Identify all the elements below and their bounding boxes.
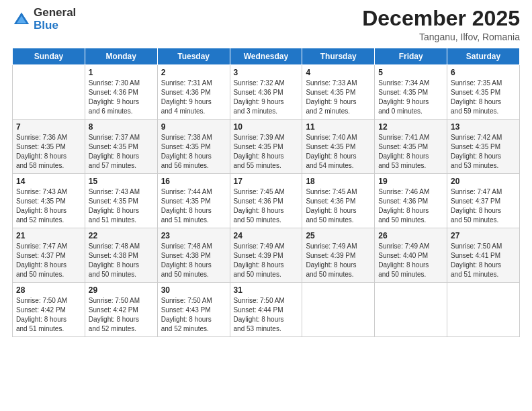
col-header-tuesday: Tuesday [157, 48, 230, 65]
logo-text: General Blue [34, 7, 76, 32]
day-info: Sunrise: 7:36 AMSunset: 4:35 PMDaylight:… [16, 133, 81, 171]
day-info: Sunrise: 7:50 AMSunset: 4:43 PMDaylight:… [161, 296, 226, 334]
logo: General Blue [12, 7, 76, 32]
day-cell: 2Sunrise: 7:31 AMSunset: 4:36 PMDaylight… [157, 65, 230, 120]
day-info: Sunrise: 7:49 AMSunset: 4:40 PMDaylight:… [378, 242, 443, 279]
day-number: 18 [306, 177, 371, 186]
day-cell: 9Sunrise: 7:38 AMSunset: 4:35 PMDaylight… [157, 120, 230, 174]
day-cell: 18Sunrise: 7:45 AMSunset: 4:36 PMDayligh… [302, 174, 375, 228]
day-info: Sunrise: 7:39 AMSunset: 4:35 PMDaylight:… [234, 133, 299, 171]
day-number: 31 [234, 285, 299, 295]
day-number: 24 [234, 231, 299, 240]
day-number: 25 [306, 231, 371, 240]
day-cell: 16Sunrise: 7:44 AMSunset: 4:35 PMDayligh… [157, 174, 230, 228]
col-header-thursday: Thursday [302, 48, 375, 65]
day-info: Sunrise: 7:43 AMSunset: 4:35 PMDaylight:… [89, 187, 154, 225]
calendar: SundayMondayTuesdayWednesdayThursdayFrid… [12, 48, 520, 337]
day-info: Sunrise: 7:42 AMSunset: 4:35 PMDaylight:… [451, 133, 516, 171]
day-number: 22 [89, 231, 154, 240]
day-number: 27 [451, 231, 516, 240]
week-row-3: 14Sunrise: 7:43 AMSunset: 4:35 PMDayligh… [13, 174, 520, 228]
day-info: Sunrise: 7:33 AMSunset: 4:35 PMDaylight:… [306, 79, 371, 116]
day-number: 21 [16, 231, 81, 240]
header: General Blue December 2025 Tanganu, Ilfo… [12, 7, 520, 42]
day-cell: 25Sunrise: 7:49 AMSunset: 4:39 PMDayligh… [302, 228, 375, 283]
day-number: 1 [89, 68, 154, 77]
day-cell: 27Sunrise: 7:50 AMSunset: 4:41 PMDayligh… [447, 228, 520, 283]
day-cell: 3Sunrise: 7:32 AMSunset: 4:36 PMDaylight… [230, 65, 302, 120]
day-number: 9 [161, 122, 226, 132]
day-info: Sunrise: 7:49 AMSunset: 4:39 PMDaylight:… [306, 242, 371, 279]
day-cell: 4Sunrise: 7:33 AMSunset: 4:35 PMDaylight… [302, 65, 375, 120]
day-info: Sunrise: 7:49 AMSunset: 4:39 PMDaylight:… [234, 242, 299, 279]
day-number: 28 [16, 285, 81, 295]
day-info: Sunrise: 7:50 AMSunset: 4:42 PMDaylight:… [89, 296, 154, 334]
day-cell: 19Sunrise: 7:46 AMSunset: 4:36 PMDayligh… [375, 174, 447, 228]
location: Tanganu, Ilfov, Romania [362, 32, 520, 42]
day-info: Sunrise: 7:38 AMSunset: 4:35 PMDaylight:… [161, 133, 226, 171]
day-cell: 26Sunrise: 7:49 AMSunset: 4:40 PMDayligh… [375, 228, 447, 283]
week-row-4: 21Sunrise: 7:47 AMSunset: 4:37 PMDayligh… [13, 228, 520, 283]
day-number: 12 [378, 122, 443, 132]
col-header-sunday: Sunday [13, 48, 85, 65]
day-info: Sunrise: 7:50 AMSunset: 4:42 PMDaylight:… [16, 296, 81, 334]
col-header-saturday: Saturday [447, 48, 520, 65]
day-info: Sunrise: 7:45 AMSunset: 4:36 PMDaylight:… [306, 187, 371, 225]
day-cell: 12Sunrise: 7:41 AMSunset: 4:35 PMDayligh… [375, 120, 447, 174]
week-row-1: 1Sunrise: 7:30 AMSunset: 4:36 PMDaylight… [13, 65, 520, 120]
day-number: 14 [16, 177, 81, 186]
day-number: 30 [161, 285, 226, 295]
day-cell: 22Sunrise: 7:48 AMSunset: 4:38 PMDayligh… [85, 228, 157, 283]
day-info: Sunrise: 7:45 AMSunset: 4:36 PMDaylight:… [234, 187, 299, 225]
day-cell: 8Sunrise: 7:37 AMSunset: 4:35 PMDaylight… [85, 120, 157, 174]
logo-general-text: General [34, 7, 76, 19]
day-cell: 10Sunrise: 7:39 AMSunset: 4:35 PMDayligh… [230, 120, 302, 174]
day-info: Sunrise: 7:34 AMSunset: 4:35 PMDaylight:… [378, 79, 443, 116]
day-cell [447, 283, 520, 337]
day-number: 8 [89, 122, 154, 132]
day-cell: 29Sunrise: 7:50 AMSunset: 4:42 PMDayligh… [85, 283, 157, 337]
day-info: Sunrise: 7:48 AMSunset: 4:38 PMDaylight:… [161, 242, 226, 279]
day-info: Sunrise: 7:43 AMSunset: 4:35 PMDaylight:… [16, 187, 81, 225]
day-number: 11 [306, 122, 371, 132]
day-cell: 31Sunrise: 7:50 AMSunset: 4:44 PMDayligh… [230, 283, 302, 337]
day-cell: 15Sunrise: 7:43 AMSunset: 4:35 PMDayligh… [85, 174, 157, 228]
day-info: Sunrise: 7:47 AMSunset: 4:37 PMDaylight:… [16, 242, 81, 279]
day-info: Sunrise: 7:35 AMSunset: 4:35 PMDaylight:… [451, 79, 516, 116]
day-number: 5 [378, 68, 443, 77]
day-info: Sunrise: 7:37 AMSunset: 4:35 PMDaylight:… [89, 133, 154, 171]
day-number: 6 [451, 68, 516, 77]
week-row-5: 28Sunrise: 7:50 AMSunset: 4:42 PMDayligh… [13, 283, 520, 337]
day-number: 20 [451, 177, 516, 186]
day-cell: 5Sunrise: 7:34 AMSunset: 4:35 PMDaylight… [375, 65, 447, 120]
day-info: Sunrise: 7:44 AMSunset: 4:35 PMDaylight:… [161, 187, 226, 225]
day-number: 16 [161, 177, 226, 186]
day-cell: 20Sunrise: 7:47 AMSunset: 4:37 PMDayligh… [447, 174, 520, 228]
day-cell: 13Sunrise: 7:42 AMSunset: 4:35 PMDayligh… [447, 120, 520, 174]
day-cell: 6Sunrise: 7:35 AMSunset: 4:35 PMDaylight… [447, 65, 520, 120]
day-info: Sunrise: 7:40 AMSunset: 4:35 PMDaylight:… [306, 133, 371, 171]
day-cell: 14Sunrise: 7:43 AMSunset: 4:35 PMDayligh… [13, 174, 85, 228]
col-header-wednesday: Wednesday [230, 48, 302, 65]
day-info: Sunrise: 7:32 AMSunset: 4:36 PMDaylight:… [234, 79, 299, 116]
day-info: Sunrise: 7:50 AMSunset: 4:41 PMDaylight:… [451, 242, 516, 279]
day-number: 19 [378, 177, 443, 186]
month-title: December 2025 [362, 7, 520, 30]
day-cell: 17Sunrise: 7:45 AMSunset: 4:36 PMDayligh… [230, 174, 302, 228]
day-cell [302, 283, 375, 337]
day-info: Sunrise: 7:48 AMSunset: 4:38 PMDaylight:… [89, 242, 154, 279]
day-number: 17 [234, 177, 299, 186]
day-number: 26 [378, 231, 443, 240]
day-info: Sunrise: 7:41 AMSunset: 4:35 PMDaylight:… [378, 133, 443, 171]
logo-blue-text: Blue [34, 19, 76, 32]
day-cell: 23Sunrise: 7:48 AMSunset: 4:38 PMDayligh… [157, 228, 230, 283]
day-cell: 21Sunrise: 7:47 AMSunset: 4:37 PMDayligh… [13, 228, 85, 283]
day-info: Sunrise: 7:30 AMSunset: 4:36 PMDaylight:… [89, 79, 154, 116]
day-info: Sunrise: 7:50 AMSunset: 4:44 PMDaylight:… [234, 296, 299, 334]
day-number: 2 [161, 68, 226, 77]
day-info: Sunrise: 7:47 AMSunset: 4:37 PMDaylight:… [451, 187, 516, 225]
day-info: Sunrise: 7:31 AMSunset: 4:36 PMDaylight:… [161, 79, 226, 116]
day-cell: 1Sunrise: 7:30 AMSunset: 4:36 PMDaylight… [85, 65, 157, 120]
title-area: December 2025 Tanganu, Ilfov, Romania [362, 7, 520, 42]
day-number: 15 [89, 177, 154, 186]
